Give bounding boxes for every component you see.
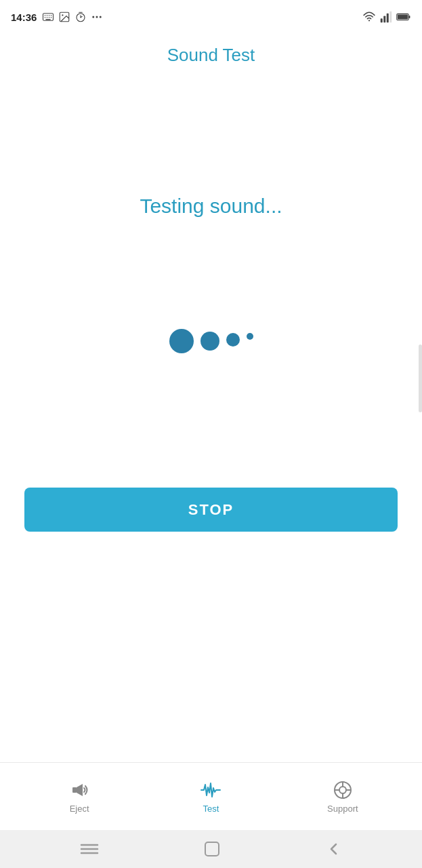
status-bar: 14:36 (0, 0, 422, 33)
svg-rect-21 (383, 16, 385, 23)
svg-rect-27 (72, 787, 77, 793)
svg-rect-20 (381, 18, 383, 22)
svg-rect-26 (398, 14, 408, 19)
wifi-icon (362, 11, 376, 23)
svg-point-16 (93, 16, 95, 18)
signal-icon (380, 11, 392, 23)
status-left: 14:36 (11, 11, 103, 23)
keyboard-icon (42, 11, 54, 23)
svg-point-17 (96, 16, 98, 18)
main-content: Sound Test Testing sound... STOP (0, 33, 422, 762)
svg-point-11 (62, 14, 64, 16)
recent-apps-button[interactable] (80, 842, 99, 856)
svg-point-19 (368, 20, 370, 21)
battery-icon (396, 11, 411, 23)
page-title: Sound Test (167, 45, 255, 66)
dot-4 (247, 333, 253, 340)
dot-2 (201, 332, 219, 351)
svg-rect-38 (205, 842, 219, 856)
svg-rect-23 (389, 12, 392, 23)
stop-button[interactable]: STOP (24, 488, 398, 532)
gallery-icon (58, 11, 70, 23)
nav-item-support[interactable]: Support (277, 779, 408, 814)
dot-3 (226, 333, 240, 347)
more-icon (91, 11, 103, 23)
status-time: 14:36 (11, 12, 37, 23)
scrollbar-hint (419, 344, 422, 412)
back-button[interactable] (326, 841, 342, 857)
svg-point-30 (339, 787, 346, 793)
testing-sound-status: Testing sound... (140, 195, 282, 218)
bottom-nav: Eject Test Support (0, 762, 422, 830)
timer-icon (75, 11, 87, 23)
svg-rect-25 (408, 16, 410, 18)
support-label: Support (327, 804, 358, 814)
test-icon (200, 779, 221, 801)
test-label: Test (203, 804, 219, 814)
dot-1 (169, 329, 194, 353)
status-right (362, 11, 411, 23)
system-nav (0, 830, 422, 868)
home-button[interactable] (204, 841, 220, 857)
eject-icon (68, 779, 90, 801)
nav-item-test[interactable]: Test (145, 779, 276, 814)
loading-dots (169, 313, 253, 353)
status-icons (42, 11, 103, 23)
svg-rect-22 (387, 14, 389, 23)
eject-label: Eject (70, 804, 89, 814)
nav-item-eject[interactable]: Eject (14, 779, 145, 814)
svg-point-18 (100, 16, 102, 18)
support-icon (332, 779, 354, 801)
svg-marker-28 (77, 784, 83, 796)
